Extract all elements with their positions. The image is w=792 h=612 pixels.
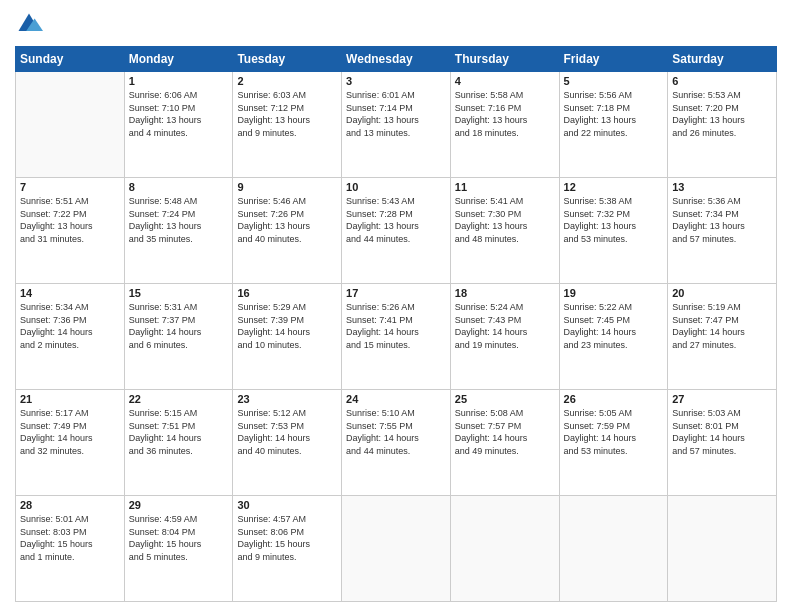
day-info: Sunrise: 5:24 AM Sunset: 7:43 PM Dayligh…	[455, 301, 555, 351]
calendar-cell: 14Sunrise: 5:34 AM Sunset: 7:36 PM Dayli…	[16, 284, 125, 390]
day-info: Sunrise: 5:19 AM Sunset: 7:47 PM Dayligh…	[672, 301, 772, 351]
day-number: 20	[672, 287, 772, 299]
day-info: Sunrise: 5:12 AM Sunset: 7:53 PM Dayligh…	[237, 407, 337, 457]
day-header-wednesday: Wednesday	[342, 47, 451, 72]
calendar: SundayMondayTuesdayWednesdayThursdayFrid…	[15, 46, 777, 602]
calendar-cell: 12Sunrise: 5:38 AM Sunset: 7:32 PM Dayli…	[559, 178, 668, 284]
calendar-cell: 25Sunrise: 5:08 AM Sunset: 7:57 PM Dayli…	[450, 390, 559, 496]
day-header-saturday: Saturday	[668, 47, 777, 72]
calendar-cell: 30Sunrise: 4:57 AM Sunset: 8:06 PM Dayli…	[233, 496, 342, 602]
calendar-cell	[342, 496, 451, 602]
week-row-2: 7Sunrise: 5:51 AM Sunset: 7:22 PM Daylig…	[16, 178, 777, 284]
day-info: Sunrise: 6:06 AM Sunset: 7:10 PM Dayligh…	[129, 89, 229, 139]
day-number: 9	[237, 181, 337, 193]
day-info: Sunrise: 4:59 AM Sunset: 8:04 PM Dayligh…	[129, 513, 229, 563]
day-number: 8	[129, 181, 229, 193]
day-info: Sunrise: 5:29 AM Sunset: 7:39 PM Dayligh…	[237, 301, 337, 351]
day-number: 14	[20, 287, 120, 299]
calendar-cell	[668, 496, 777, 602]
calendar-cell: 21Sunrise: 5:17 AM Sunset: 7:49 PM Dayli…	[16, 390, 125, 496]
day-info: Sunrise: 5:38 AM Sunset: 7:32 PM Dayligh…	[564, 195, 664, 245]
calendar-cell: 4Sunrise: 5:58 AM Sunset: 7:16 PM Daylig…	[450, 72, 559, 178]
day-number: 13	[672, 181, 772, 193]
calendar-cell: 3Sunrise: 6:01 AM Sunset: 7:14 PM Daylig…	[342, 72, 451, 178]
logo	[15, 10, 47, 38]
calendar-header: SundayMondayTuesdayWednesdayThursdayFrid…	[16, 47, 777, 72]
calendar-cell: 29Sunrise: 4:59 AM Sunset: 8:04 PM Dayli…	[124, 496, 233, 602]
calendar-cell	[16, 72, 125, 178]
calendar-cell: 5Sunrise: 5:56 AM Sunset: 7:18 PM Daylig…	[559, 72, 668, 178]
day-number: 17	[346, 287, 446, 299]
logo-icon	[15, 10, 43, 38]
day-info: Sunrise: 5:48 AM Sunset: 7:24 PM Dayligh…	[129, 195, 229, 245]
week-row-3: 14Sunrise: 5:34 AM Sunset: 7:36 PM Dayli…	[16, 284, 777, 390]
day-number: 21	[20, 393, 120, 405]
day-number: 29	[129, 499, 229, 511]
header	[15, 10, 777, 38]
day-info: Sunrise: 4:57 AM Sunset: 8:06 PM Dayligh…	[237, 513, 337, 563]
day-header-sunday: Sunday	[16, 47, 125, 72]
day-number: 25	[455, 393, 555, 405]
day-info: Sunrise: 5:17 AM Sunset: 7:49 PM Dayligh…	[20, 407, 120, 457]
day-info: Sunrise: 5:56 AM Sunset: 7:18 PM Dayligh…	[564, 89, 664, 139]
week-row-5: 28Sunrise: 5:01 AM Sunset: 8:03 PM Dayli…	[16, 496, 777, 602]
calendar-cell: 22Sunrise: 5:15 AM Sunset: 7:51 PM Dayli…	[124, 390, 233, 496]
calendar-cell: 16Sunrise: 5:29 AM Sunset: 7:39 PM Dayli…	[233, 284, 342, 390]
day-number: 7	[20, 181, 120, 193]
calendar-cell: 19Sunrise: 5:22 AM Sunset: 7:45 PM Dayli…	[559, 284, 668, 390]
day-number: 24	[346, 393, 446, 405]
day-number: 11	[455, 181, 555, 193]
calendar-cell: 13Sunrise: 5:36 AM Sunset: 7:34 PM Dayli…	[668, 178, 777, 284]
day-info: Sunrise: 5:58 AM Sunset: 7:16 PM Dayligh…	[455, 89, 555, 139]
day-number: 27	[672, 393, 772, 405]
day-info: Sunrise: 5:53 AM Sunset: 7:20 PM Dayligh…	[672, 89, 772, 139]
header-row: SundayMondayTuesdayWednesdayThursdayFrid…	[16, 47, 777, 72]
day-info: Sunrise: 5:10 AM Sunset: 7:55 PM Dayligh…	[346, 407, 446, 457]
day-number: 4	[455, 75, 555, 87]
day-info: Sunrise: 5:05 AM Sunset: 7:59 PM Dayligh…	[564, 407, 664, 457]
week-row-4: 21Sunrise: 5:17 AM Sunset: 7:49 PM Dayli…	[16, 390, 777, 496]
calendar-cell: 8Sunrise: 5:48 AM Sunset: 7:24 PM Daylig…	[124, 178, 233, 284]
day-number: 5	[564, 75, 664, 87]
day-info: Sunrise: 6:03 AM Sunset: 7:12 PM Dayligh…	[237, 89, 337, 139]
day-number: 23	[237, 393, 337, 405]
calendar-cell: 28Sunrise: 5:01 AM Sunset: 8:03 PM Dayli…	[16, 496, 125, 602]
calendar-cell: 24Sunrise: 5:10 AM Sunset: 7:55 PM Dayli…	[342, 390, 451, 496]
calendar-cell: 6Sunrise: 5:53 AM Sunset: 7:20 PM Daylig…	[668, 72, 777, 178]
page: SundayMondayTuesdayWednesdayThursdayFrid…	[0, 0, 792, 612]
calendar-cell: 18Sunrise: 5:24 AM Sunset: 7:43 PM Dayli…	[450, 284, 559, 390]
calendar-cell: 10Sunrise: 5:43 AM Sunset: 7:28 PM Dayli…	[342, 178, 451, 284]
day-info: Sunrise: 5:22 AM Sunset: 7:45 PM Dayligh…	[564, 301, 664, 351]
calendar-cell: 7Sunrise: 5:51 AM Sunset: 7:22 PM Daylig…	[16, 178, 125, 284]
day-number: 30	[237, 499, 337, 511]
week-row-1: 1Sunrise: 6:06 AM Sunset: 7:10 PM Daylig…	[16, 72, 777, 178]
day-number: 10	[346, 181, 446, 193]
day-info: Sunrise: 5:34 AM Sunset: 7:36 PM Dayligh…	[20, 301, 120, 351]
day-number: 3	[346, 75, 446, 87]
day-info: Sunrise: 5:36 AM Sunset: 7:34 PM Dayligh…	[672, 195, 772, 245]
day-header-friday: Friday	[559, 47, 668, 72]
calendar-cell: 17Sunrise: 5:26 AM Sunset: 7:41 PM Dayli…	[342, 284, 451, 390]
calendar-cell: 23Sunrise: 5:12 AM Sunset: 7:53 PM Dayli…	[233, 390, 342, 496]
day-header-monday: Monday	[124, 47, 233, 72]
day-number: 28	[20, 499, 120, 511]
day-header-tuesday: Tuesday	[233, 47, 342, 72]
calendar-cell	[450, 496, 559, 602]
day-info: Sunrise: 6:01 AM Sunset: 7:14 PM Dayligh…	[346, 89, 446, 139]
day-info: Sunrise: 5:01 AM Sunset: 8:03 PM Dayligh…	[20, 513, 120, 563]
calendar-cell: 26Sunrise: 5:05 AM Sunset: 7:59 PM Dayli…	[559, 390, 668, 496]
day-info: Sunrise: 5:03 AM Sunset: 8:01 PM Dayligh…	[672, 407, 772, 457]
day-info: Sunrise: 5:31 AM Sunset: 7:37 PM Dayligh…	[129, 301, 229, 351]
calendar-cell	[559, 496, 668, 602]
day-number: 6	[672, 75, 772, 87]
calendar-body: 1Sunrise: 6:06 AM Sunset: 7:10 PM Daylig…	[16, 72, 777, 602]
day-number: 18	[455, 287, 555, 299]
day-number: 26	[564, 393, 664, 405]
calendar-cell: 2Sunrise: 6:03 AM Sunset: 7:12 PM Daylig…	[233, 72, 342, 178]
calendar-cell: 15Sunrise: 5:31 AM Sunset: 7:37 PM Dayli…	[124, 284, 233, 390]
day-header-thursday: Thursday	[450, 47, 559, 72]
calendar-cell: 9Sunrise: 5:46 AM Sunset: 7:26 PM Daylig…	[233, 178, 342, 284]
day-number: 2	[237, 75, 337, 87]
day-info: Sunrise: 5:46 AM Sunset: 7:26 PM Dayligh…	[237, 195, 337, 245]
calendar-cell: 1Sunrise: 6:06 AM Sunset: 7:10 PM Daylig…	[124, 72, 233, 178]
